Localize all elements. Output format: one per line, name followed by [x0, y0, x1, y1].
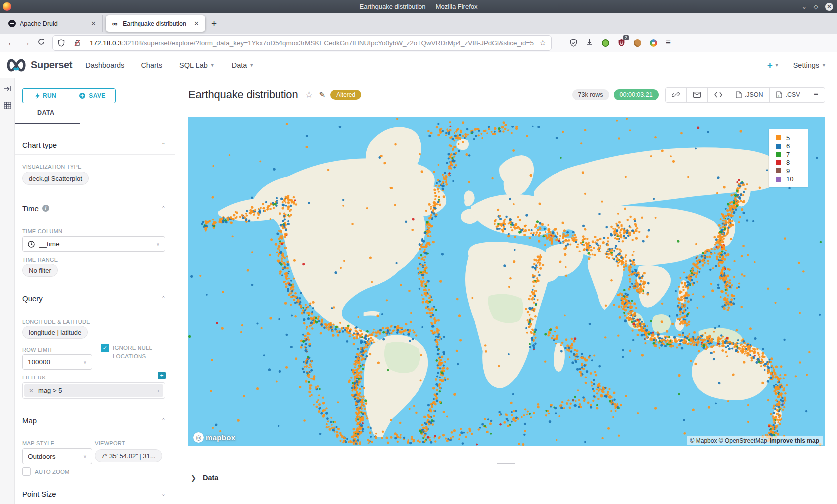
legend-label: 9: [786, 167, 790, 175]
legend-swatch: [776, 135, 781, 140]
url-text[interactable]: 172.18.0.3:32108/superset/explore/?form_…: [90, 39, 536, 47]
ublock-icon[interactable]: 2: [618, 39, 625, 47]
section-map[interactable]: Map⌃: [22, 411, 166, 430]
section-query[interactable]: Query⌃: [22, 289, 166, 308]
row-limit-label: ROW LIMIT: [22, 347, 53, 353]
tab-apache-druid[interactable]: Apache Druid ✕: [3, 15, 103, 32]
forward-button[interactable]: →: [19, 38, 34, 47]
reload-button[interactable]: [34, 38, 49, 47]
view-query-button[interactable]: [708, 88, 729, 102]
chevron-right-icon[interactable]: ›: [153, 387, 163, 394]
url-host: 172.18.0.3: [90, 39, 122, 47]
improve-map-link[interactable]: Improve this map: [770, 437, 819, 444]
legend-item[interactable]: 10: [776, 175, 805, 184]
info-icon: i: [42, 205, 49, 212]
collapse-panel-icon[interactable]: [0, 83, 15, 95]
tab-close-icon[interactable]: ✕: [193, 20, 200, 27]
filters-label: FILTERS: [22, 375, 46, 380]
ublock-badge: 2: [623, 35, 629, 40]
nav-dashboards[interactable]: Dashboards: [85, 61, 124, 69]
nav-data[interactable]: Data▼: [232, 61, 254, 69]
code-icon: [714, 92, 722, 98]
auto-zoom-control[interactable]: AUTO ZOOM: [22, 467, 69, 476]
section-chart-type[interactable]: Chart type⌃: [22, 135, 166, 154]
shield-icon[interactable]: [58, 39, 69, 47]
short-link-button[interactable]: [666, 88, 687, 102]
viz-type-value[interactable]: deck.gl Scatterplot: [22, 172, 89, 185]
lock-disabled-icon[interactable]: [74, 39, 85, 47]
favorite-star-icon[interactable]: ☆: [305, 89, 313, 100]
close-button[interactable]: ✕: [825, 3, 833, 11]
druid-favicon: [8, 20, 16, 28]
more-options-button[interactable]: ≡: [807, 88, 825, 102]
map-canvas[interactable]: 5678910 ◎ mapbox © Mapbox © OpenStreetMa…: [188, 117, 825, 446]
row-limit-select[interactable]: 100000∨: [22, 354, 92, 370]
legend-item[interactable]: 7: [776, 150, 805, 159]
embed-email-button[interactable]: [687, 88, 708, 102]
attribution-text[interactable]: © Mapbox © OpenStreetMap: [690, 437, 767, 444]
run-button[interactable]: RUN: [22, 88, 69, 103]
checkbox-unchecked-icon[interactable]: [22, 467, 31, 476]
lonlat-value[interactable]: longitude | latitude: [22, 326, 88, 339]
export-csv-button[interactable]: x .CSV: [770, 88, 807, 102]
section-time[interactable]: Timei ⌃: [22, 199, 166, 218]
remove-filter-icon[interactable]: ✕: [24, 387, 38, 394]
time-column-select[interactable]: __time∨: [22, 236, 165, 252]
legend-item[interactable]: 5: [776, 134, 805, 142]
chevron-down-icon: ▼: [249, 63, 254, 68]
world-map: [188, 117, 825, 446]
dataset-grid-icon[interactable]: [0, 99, 15, 111]
viewport-value[interactable]: 7° 35' 54.02" | 31...: [95, 449, 162, 462]
auto-zoom-label: AUTO ZOOM: [35, 469, 69, 475]
data-panel-toggle[interactable]: ❯ Data: [191, 474, 218, 482]
section-point-size[interactable]: Point Size⌄: [22, 484, 166, 503]
left-rail: [0, 78, 15, 504]
colorways-icon[interactable]: [650, 39, 657, 47]
edit-properties-icon[interactable]: ✎: [319, 90, 326, 99]
tab-close-icon[interactable]: ✕: [90, 20, 97, 27]
tab-label: Apache Druid: [20, 20, 90, 27]
legend-item[interactable]: 9: [776, 167, 805, 175]
add-new-button[interactable]: +▼: [767, 60, 779, 71]
tab-data[interactable]: DATA: [37, 109, 54, 116]
legend-swatch: [776, 160, 781, 165]
nav-charts[interactable]: Charts: [141, 61, 162, 69]
legend-item[interactable]: 6: [776, 142, 805, 151]
chevron-up-icon: ⌃: [161, 142, 166, 148]
time-range-value[interactable]: No filter: [22, 264, 58, 277]
chevron-down-icon: ∨: [83, 454, 87, 459]
checkbox-checked-icon[interactable]: ✓: [101, 344, 109, 352]
ignore-null-control[interactable]: ✓ IGNORE NULL LOCATIONS: [101, 344, 163, 361]
resize-handle[interactable]: [497, 461, 515, 466]
export-json-button[interactable]: .JSON: [729, 88, 770, 102]
extension-green-icon[interactable]: [602, 39, 609, 47]
superset-logo[interactable]: Superset: [5, 58, 72, 73]
filter-chip[interactable]: ✕ mag > 5 ›: [24, 384, 163, 397]
map-style-label: MAP STYLE: [22, 440, 54, 446]
minimize-button[interactable]: ⌄: [802, 3, 807, 10]
mapbox-logo[interactable]: ◎ mapbox: [193, 432, 235, 443]
back-button[interactable]: ←: [4, 38, 19, 47]
save-button[interactable]: SAVE: [69, 88, 116, 103]
nav-sql-lab[interactable]: SQL Lab▼: [179, 61, 215, 69]
menu-icon[interactable]: ≡: [666, 38, 671, 48]
svg-text:x: x: [778, 94, 779, 97]
add-filter-button[interactable]: +: [158, 372, 166, 379]
bookmark-star-icon[interactable]: ☆: [540, 38, 546, 47]
cookie-extension-icon[interactable]: [634, 39, 641, 47]
clock-icon: [28, 241, 35, 248]
new-tab-button[interactable]: +: [211, 18, 217, 29]
legend-item[interactable]: 8: [776, 159, 805, 167]
map-style-select[interactable]: Outdoors∨: [22, 448, 92, 464]
pocket-shield-icon[interactable]: [570, 39, 577, 47]
settings-menu[interactable]: Settings▼: [793, 61, 826, 69]
tab-earthquake-distribution[interactable]: ∞ Earthquake distribution ✕: [106, 15, 205, 32]
downloads-icon[interactable]: [586, 39, 593, 47]
chevron-down-icon: ▼: [210, 63, 215, 68]
maximize-button[interactable]: ◇: [814, 3, 818, 10]
legend-label: 8: [786, 159, 790, 166]
url-path: :32108/superset/explore/?form_data_key=1…: [122, 39, 534, 47]
url-bar[interactable]: 172.18.0.3:32108/superset/explore/?form_…: [53, 36, 551, 50]
file-icon: [736, 91, 742, 98]
legend-swatch: [776, 168, 781, 173]
